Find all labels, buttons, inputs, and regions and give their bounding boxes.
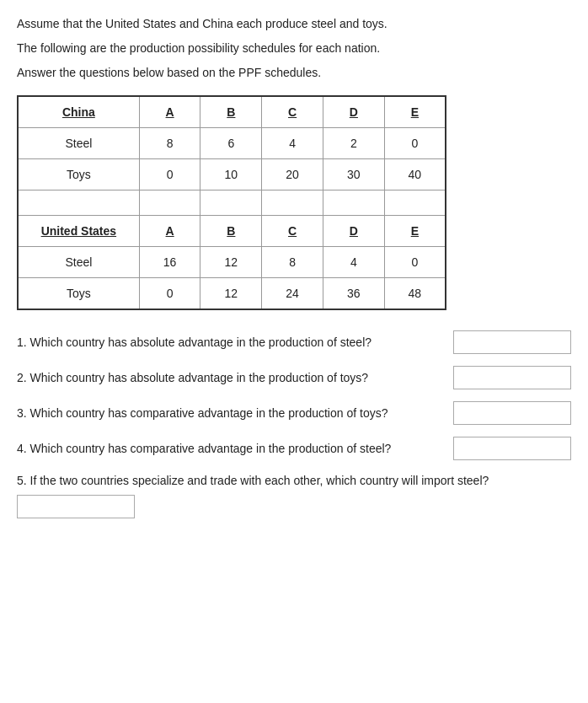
us-toys-row: Toys 0 12 24 36 48	[18, 278, 446, 310]
spacer-row	[18, 191, 446, 216]
china-toys-row: Toys 0 10 20 30 40	[18, 159, 446, 191]
us-toys-label: Toys	[18, 278, 139, 310]
question-4: 4. Which country has comparative advanta…	[17, 437, 571, 460]
q5-text: 5. If the two countries specialize and t…	[17, 472, 571, 490]
us-col-e: E	[411, 224, 419, 238]
us-toys-a: 0	[139, 278, 200, 310]
us-toys-d: 36	[323, 278, 384, 310]
us-steel-d: 4	[323, 247, 384, 278]
china-toys-d: 30	[323, 159, 384, 191]
question-3: 3. Which country has comparative advanta…	[17, 401, 571, 425]
china-col-d: D	[350, 105, 358, 119]
china-col-a: A	[166, 105, 174, 119]
us-toys-e: 48	[384, 278, 446, 310]
q5-answer-input[interactable]	[17, 495, 135, 518]
china-toys-a: 0	[139, 159, 200, 191]
china-toys-label: Toys	[18, 159, 139, 191]
us-steel-row: Steel 16 12 8 4 0	[18, 247, 446, 278]
q2-answer-input[interactable]	[453, 366, 571, 389]
china-steel-e: 0	[384, 128, 446, 159]
ppf-table: China A B C D E Steel 8 6 4 2 0 Toys 0 1…	[17, 95, 446, 310]
question-1: 1. Which country has absolute advantage …	[17, 330, 571, 354]
intro-line1: Assume that the United States and China …	[17, 15, 571, 33]
china-steel-b: 6	[200, 128, 262, 159]
us-steel-b: 12	[200, 247, 262, 278]
q4-text: 4. Which country has comparative advanta…	[17, 440, 448, 458]
china-col-c: C	[288, 105, 297, 119]
q1-answer-input[interactable]	[453, 330, 571, 354]
china-label: China	[62, 105, 95, 119]
q4-answer-input[interactable]	[453, 437, 571, 460]
china-steel-row: Steel 8 6 4 2 0	[18, 128, 446, 159]
us-col-d: D	[350, 224, 358, 238]
us-steel-label: Steel	[18, 247, 139, 278]
us-toys-b: 12	[200, 278, 262, 310]
china-steel-d: 2	[323, 128, 384, 159]
question-2: 2. Which country has absolute advantage …	[17, 366, 571, 389]
q1-text: 1. Which country has absolute advantage …	[17, 334, 448, 352]
intro-line2: The following are the production possibi…	[17, 40, 571, 57]
china-toys-e: 40	[384, 159, 446, 191]
china-steel-a: 8	[139, 128, 200, 159]
us-steel-a: 16	[139, 247, 200, 278]
us-col-b: B	[227, 224, 235, 238]
us-toys-c: 24	[262, 278, 323, 310]
us-col-c: C	[288, 224, 297, 238]
china-header-row: China A B C D E	[18, 96, 446, 128]
china-toys-b: 10	[200, 159, 262, 191]
china-steel-label: Steel	[18, 128, 139, 159]
china-steel-c: 4	[262, 128, 323, 159]
q3-text: 3. Which country has comparative advanta…	[17, 405, 448, 422]
us-steel-c: 8	[262, 247, 323, 278]
questions-section: 1. Which country has absolute advantage …	[17, 330, 571, 518]
china-col-e: E	[411, 105, 419, 119]
ppf-table-container: China A B C D E Steel 8 6 4 2 0 Toys 0 1…	[17, 95, 571, 310]
us-col-a: A	[166, 224, 174, 238]
q2-text: 2. Which country has absolute advantage …	[17, 369, 448, 387]
china-col-b: B	[227, 105, 235, 119]
question-5: 5. If the two countries specialize and t…	[17, 472, 571, 518]
us-steel-e: 0	[384, 247, 446, 278]
us-label: United States	[41, 224, 116, 238]
q3-answer-input[interactable]	[453, 401, 571, 425]
intro-line3: Answer the questions below based on the …	[17, 64, 571, 82]
us-header-row: United States A B C D E	[18, 216, 446, 247]
china-toys-c: 20	[262, 159, 323, 191]
